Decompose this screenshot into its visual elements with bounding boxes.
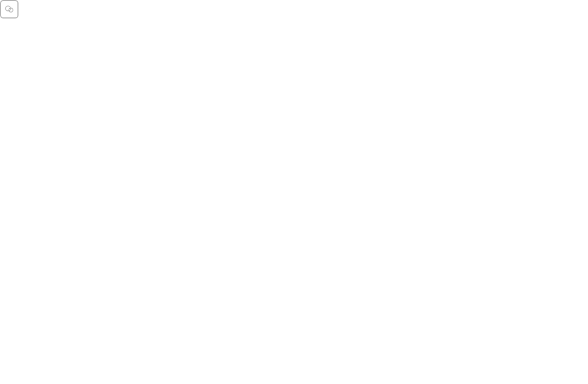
tree-edges [0, 0, 588, 384]
diagram-canvas [0, 0, 588, 384]
watermark [0, 0, 23, 18]
wechat-icon [0, 0, 19, 18]
